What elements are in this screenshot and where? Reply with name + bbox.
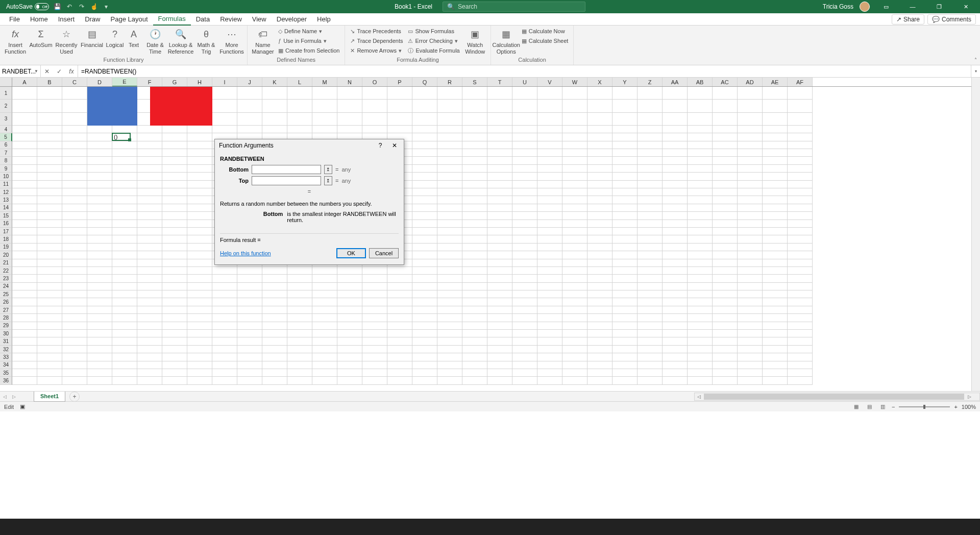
cell[interactable] [412, 133, 437, 141]
cell[interactable] [487, 353, 512, 361]
cell[interactable] [512, 322, 537, 330]
cell[interactable] [37, 212, 62, 220]
cell[interactable] [487, 141, 512, 149]
cell[interactable] [87, 149, 112, 157]
column-header[interactable]: N [337, 78, 362, 86]
column-header[interactable]: P [387, 78, 412, 86]
cell[interactable] [713, 204, 738, 212]
cell[interactable] [162, 173, 187, 180]
cell[interactable] [562, 188, 587, 196]
cell[interactable] [788, 283, 813, 290]
cell[interactable] [187, 204, 212, 212]
column-header[interactable]: H [187, 78, 212, 86]
cell[interactable] [37, 322, 62, 330]
cell[interactable] [12, 113, 37, 126]
active-cell[interactable]: () [112, 133, 131, 140]
cell[interactable] [713, 290, 738, 298]
cell[interactable] [437, 314, 462, 322]
cell[interactable] [62, 165, 87, 173]
cell[interactable] [462, 337, 487, 345]
cell[interactable] [638, 377, 663, 384]
cell[interactable] [512, 377, 537, 384]
cell[interactable] [112, 259, 137, 267]
cell[interactable] [112, 204, 137, 212]
cell[interactable] [562, 157, 587, 164]
cell[interactable] [663, 100, 688, 112]
cell[interactable] [412, 181, 437, 188]
cell[interactable] [312, 314, 337, 322]
menu-tab-page-layout[interactable]: Page Layout [106, 13, 153, 26]
cell[interactable] [12, 259, 37, 267]
cell[interactable] [187, 337, 212, 345]
row-header[interactable]: 35 [0, 369, 12, 377]
cell[interactable] [713, 141, 738, 149]
cell[interactable] [287, 377, 312, 384]
cell[interactable] [337, 377, 362, 384]
cell[interactable] [137, 157, 162, 164]
cell[interactable] [738, 361, 763, 369]
cell[interactable] [412, 157, 437, 164]
cell[interactable] [763, 330, 788, 337]
cell[interactable] [537, 220, 562, 228]
cell[interactable] [412, 87, 437, 100]
cell[interactable] [713, 165, 738, 173]
cell[interactable] [187, 157, 212, 164]
cell[interactable] [62, 149, 87, 157]
cell[interactable] [312, 330, 337, 337]
cell[interactable] [638, 165, 663, 173]
cell[interactable] [162, 228, 187, 235]
cell[interactable] [37, 196, 62, 204]
cell[interactable] [437, 181, 462, 188]
cell[interactable] [12, 290, 37, 298]
cell[interactable] [137, 361, 162, 369]
cell[interactable] [237, 267, 262, 275]
create-from-selection-button[interactable]: ▦Create from Selection [276, 46, 341, 55]
cell[interactable] [287, 298, 312, 306]
cell[interactable] [137, 306, 162, 314]
cell[interactable] [738, 275, 763, 282]
cell[interactable] [362, 369, 387, 377]
cell[interactable] [512, 204, 537, 212]
cell[interactable] [137, 330, 162, 337]
cell[interactable] [87, 306, 112, 314]
cell[interactable] [587, 87, 612, 100]
cell[interactable] [162, 235, 187, 243]
cell[interactable] [137, 220, 162, 228]
cell[interactable] [12, 126, 37, 133]
cell[interactable] [487, 314, 512, 322]
cell[interactable] [137, 133, 162, 141]
cell[interactable] [387, 290, 412, 298]
cell[interactable] [663, 165, 688, 173]
cell[interactable] [187, 228, 212, 235]
cell[interactable] [688, 235, 713, 243]
cell[interactable] [187, 244, 212, 251]
cell[interactable] [763, 100, 788, 112]
cell[interactable] [212, 322, 237, 330]
cell[interactable] [262, 283, 287, 290]
cell[interactable] [437, 204, 462, 212]
cell[interactable] [437, 361, 462, 369]
cell[interactable] [462, 87, 487, 100]
cell[interactable] [12, 306, 37, 314]
cell[interactable] [262, 337, 287, 345]
cell[interactable] [12, 165, 37, 173]
cell[interactable] [387, 353, 412, 361]
cell[interactable] [788, 157, 813, 164]
cell[interactable] [587, 244, 612, 251]
cell[interactable] [112, 126, 137, 133]
macro-record-icon[interactable]: ▣ [20, 403, 25, 410]
date-time-button[interactable]: 🕐Date & Time [143, 27, 167, 55]
cell[interactable] [12, 141, 37, 149]
cell[interactable] [462, 322, 487, 330]
cell[interactable] [587, 369, 612, 377]
menu-tab-view[interactable]: View [247, 13, 272, 26]
row-header[interactable]: 31 [0, 337, 12, 345]
cell[interactable] [763, 353, 788, 361]
cell[interactable] [137, 322, 162, 330]
cell[interactable] [112, 244, 137, 251]
cell[interactable] [713, 314, 738, 322]
cell[interactable] [512, 235, 537, 243]
cell[interactable] [312, 322, 337, 330]
cell[interactable] [663, 173, 688, 180]
cell[interactable] [37, 251, 62, 259]
